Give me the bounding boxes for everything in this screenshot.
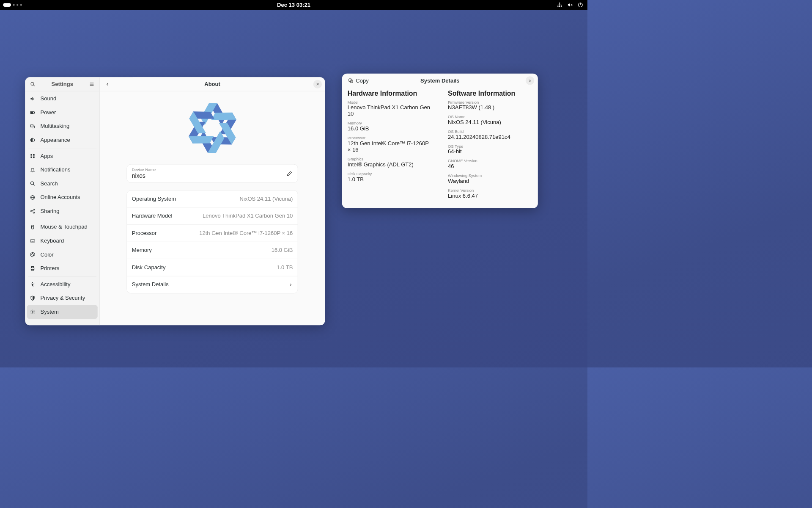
sidebar-separator (28, 148, 96, 148)
info-label: Disk Capacity (132, 264, 166, 271)
copy-icon (348, 78, 353, 83)
settings-sidebar: Settings SoundPowerMultitaskingAppearanc… (25, 77, 100, 325)
close-button[interactable] (313, 80, 322, 88)
sidebar-item-icon (30, 282, 36, 287)
clock[interactable]: Dec 13 03:21 (277, 2, 310, 8)
svg-rect-1 (557, 6, 558, 7)
sidebar-item-printers[interactable]: Printers (27, 262, 98, 276)
sidebar-item-sound[interactable]: Sound (27, 92, 98, 106)
svg-rect-27 (33, 157, 35, 158)
detail-value: 24.11.20240828.71e91c4 (448, 134, 532, 140)
detail-item: OS Type64-bit (448, 144, 532, 155)
system-details-dialog: Copy System Details Hardware Information… (342, 74, 538, 208)
sidebar-item-icon (30, 181, 36, 186)
network-icon (557, 2, 562, 8)
detail-label: OS Type (448, 144, 532, 149)
sidebar-item-privacy-security[interactable]: Privacy & Security (27, 291, 98, 305)
sidebar-item-mouse-touchpad[interactable]: Mouse & Touchpad (27, 220, 98, 234)
sidebar-item-label: Printers (40, 265, 59, 271)
detail-value: 64-bit (448, 149, 532, 155)
detail-value: Intel® Graphics (ADL GT2) (348, 161, 432, 168)
sidebar-item-icon (30, 266, 36, 271)
sidebar-item-label: Apps (40, 153, 53, 159)
sidebar-item-icon (30, 96, 36, 101)
detail-value: Linux 6.6.47 (448, 193, 532, 199)
sidebar-item-accessibility[interactable]: Accessibility (27, 277, 98, 291)
sidebar-item-multitasking[interactable]: Multitasking (27, 119, 98, 133)
svg-rect-40 (30, 240, 35, 242)
svg-rect-26 (30, 157, 32, 158)
sidebar-item-icon (30, 209, 36, 214)
detail-item: Memory16.0 GiB (348, 121, 432, 132)
edit-icon (287, 171, 292, 176)
sidebar-item-icon (30, 110, 36, 115)
volume-muted-icon (567, 2, 573, 8)
copy-label: Copy (356, 77, 368, 84)
close-icon (528, 79, 532, 82)
system-status-area[interactable] (557, 2, 583, 8)
details-close-button[interactable] (526, 76, 534, 85)
info-row: Operating SystemNixOS 24.11 (Vicuna) (127, 190, 298, 207)
svg-line-14 (33, 85, 35, 86)
device-name-label: Device Name (132, 168, 293, 172)
sidebar-separator (28, 276, 96, 277)
info-label: Operating System (132, 196, 176, 202)
sidebar-item-system[interactable]: System (27, 305, 98, 319)
sidebar-item-online-accounts[interactable]: Online Accounts (27, 190, 98, 204)
sidebar-item-label: Appearance (40, 137, 70, 143)
info-row: Hardware ModelLenovo ThinkPad X1 Carbon … (127, 207, 298, 225)
info-label: Hardware Model (132, 213, 173, 219)
info-value: 12th Gen Intel® Core™ i7-1260P × 16 (199, 230, 293, 236)
info-row: Disk Capacity1.0 TB (127, 259, 298, 276)
hamburger-icon (89, 82, 94, 87)
sidebar-item-keyboard[interactable]: Keyboard (27, 234, 98, 248)
detail-label: Memory (348, 121, 432, 126)
search-button[interactable] (28, 80, 38, 89)
sidebar-item-apps[interactable]: Apps (27, 149, 98, 163)
workspace-pill-icon (3, 3, 11, 7)
detail-item: GNOME Version46 (448, 159, 532, 170)
device-name-card[interactable]: Device Name nixos (127, 164, 298, 183)
hardware-column: Hardware Information ModelLenovo ThinkPa… (348, 88, 432, 203)
sidebar-item-icon (30, 138, 36, 143)
back-button[interactable] (103, 80, 112, 89)
sidebar-item-label: System (40, 309, 58, 315)
svg-rect-0 (559, 3, 560, 3)
sidebar-item-appearance[interactable]: Appearance (27, 133, 98, 147)
sidebar-item-search[interactable]: Search (27, 177, 98, 190)
sidebar-item-icon (30, 224, 36, 229)
copy-button[interactable]: Copy (346, 76, 371, 85)
sidebar-item-label: Accessibility (40, 281, 70, 287)
nixos-logo-icon (183, 100, 242, 155)
sidebar-item-notifications[interactable]: Notifications (27, 163, 98, 177)
details-body: Hardware Information ModelLenovo ThinkPa… (342, 88, 538, 208)
svg-rect-38 (31, 225, 33, 229)
detail-item: Windowing SystemWayland (448, 173, 532, 184)
chevron-right-icon (288, 282, 293, 287)
svg-point-47 (33, 253, 33, 254)
svg-point-33 (33, 209, 35, 210)
sidebar-separator (28, 219, 96, 219)
svg-rect-25 (33, 154, 35, 156)
menu-button[interactable] (87, 80, 96, 89)
detail-label: Model (348, 100, 432, 105)
workspace-dot-icon (16, 4, 18, 6)
activities-indicator[interactable] (3, 3, 22, 7)
detail-item: Processor12th Gen Intel® Core™ i7-1260P … (348, 135, 432, 153)
sidebar-item-label: Sound (40, 96, 56, 102)
sidebar-item-color[interactable]: Color (27, 248, 98, 262)
sidebar-item-sharing[interactable]: Sharing (27, 204, 98, 218)
sidebar-item-icon (30, 252, 36, 257)
sidebar-item-icon (30, 295, 36, 301)
svg-point-35 (33, 212, 35, 213)
info-value: 16.0 GiB (272, 247, 293, 254)
sidebar-item-label: Notifications (40, 167, 70, 173)
sidebar-item-power[interactable]: Power (27, 106, 98, 120)
sidebar-item-label: Power (40, 109, 56, 116)
detail-item: ModelLenovo ThinkPad X1 Carbon Gen 10 (348, 100, 432, 117)
svg-rect-8 (561, 5, 561, 6)
system-details-button[interactable]: System Details (127, 276, 298, 293)
svg-rect-19 (34, 112, 35, 113)
sidebar-title: Settings (37, 81, 87, 87)
details-header: Copy System Details (342, 74, 538, 88)
